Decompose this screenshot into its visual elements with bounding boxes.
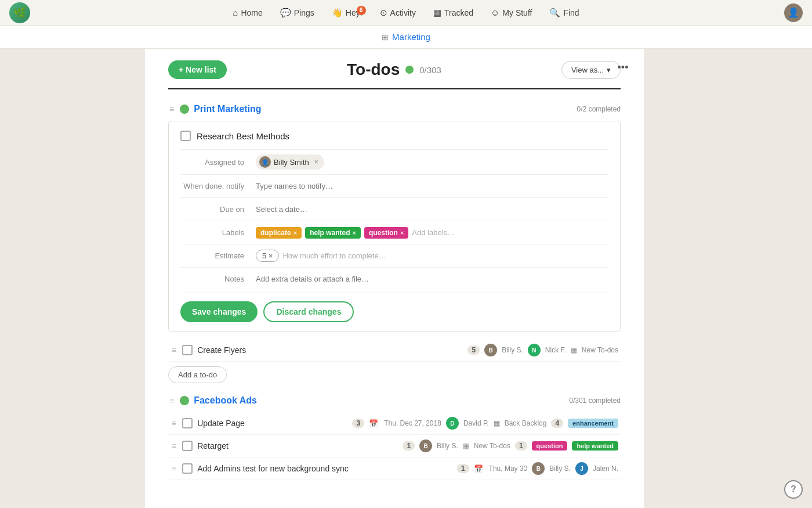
- assignee-name-jalen: Jalen N.: [593, 464, 618, 473]
- todo-due-date: Thu, May 30: [489, 464, 528, 473]
- label-duplicate[interactable]: duplicate ×: [256, 227, 302, 239]
- todo-count-badge: 4: [551, 419, 563, 428]
- facebook-ads-header: ≡ Facebook Ads 0/301 completed: [168, 395, 621, 406]
- user-avatar[interactable]: 👤: [784, 3, 803, 22]
- todo-create-flyers: ≡ Create Flyers 5 B Billy S. N Nick F. ▦…: [168, 339, 621, 362]
- todo-checkbox[interactable]: [180, 131, 191, 141]
- drag-handle-icon[interactable]: ≡: [168, 103, 175, 115]
- todo-badge: 3: [352, 419, 364, 428]
- marketing-link[interactable]: ⊞ Marketing: [382, 32, 430, 42]
- notes-row: Notes: [180, 267, 608, 290]
- assignee-avatar-david: D: [446, 417, 459, 430]
- todo-add-admins: ≡ Add Admins test for new background syn…: [168, 457, 621, 480]
- assignee-name-nick: Nick F.: [545, 346, 566, 354]
- estimate-value: 5 × How much effort to complete…: [256, 250, 608, 262]
- print-marketing-section: ≡ Print Marketing 0/2 completed Research…: [168, 103, 621, 383]
- app-logo[interactable]: 🌿: [9, 2, 30, 23]
- print-marketing-link[interactable]: Print Marketing: [194, 104, 261, 114]
- label-help-wanted: help wanted: [572, 441, 618, 451]
- drag-handle-icon[interactable]: ≡: [171, 417, 177, 429]
- hey-icon: 👋: [332, 8, 343, 18]
- todo-due-date: Thu, Dec 27, 2018: [384, 419, 441, 427]
- assigned-to-label: Assigned to: [180, 158, 256, 167]
- todo-checkbox[interactable]: [182, 463, 193, 474]
- label-enhancement: enhancement: [568, 419, 618, 428]
- more-options-button[interactable]: •••: [614, 58, 632, 77]
- todo-update-page: ≡ Update Page 3 📅 Thu, Dec 27, 2018 D Da…: [168, 412, 621, 435]
- nav-tracked[interactable]: ▦ Tracked: [426, 5, 480, 21]
- hey-badge: 6: [357, 6, 366, 15]
- remove-assignee-button[interactable]: ×: [314, 158, 318, 166]
- list-icon: ▦: [463, 442, 469, 450]
- completed-text: 0/2 completed: [577, 105, 621, 113]
- estimate-placeholder: How much effort to complete…: [282, 251, 386, 260]
- notify-label: When done, notify: [180, 182, 256, 190]
- nav-my-stuff[interactable]: ☺ My Stuff: [484, 5, 539, 20]
- marketing-bar: ⊞ Marketing: [0, 26, 812, 49]
- remove-label-duplicate[interactable]: ×: [293, 229, 297, 236]
- nav-home[interactable]: ⌂ Home: [226, 5, 269, 20]
- estimate-label: Estimate: [180, 251, 256, 260]
- nav-hey[interactable]: 👋 Hey! 6: [325, 5, 369, 21]
- action-row: Save changes Discard changes: [180, 293, 608, 322]
- label-question[interactable]: question ×: [364, 227, 408, 239]
- nav-find[interactable]: 🔍 Find: [542, 5, 586, 21]
- drag-handle-icon[interactable]: ≡: [171, 344, 177, 356]
- drag-handle-icon[interactable]: ≡: [171, 440, 177, 452]
- nav-activity[interactable]: ⊙ Activity: [373, 5, 423, 21]
- list-icon: ▦: [571, 346, 577, 354]
- calendar-icon: 📅: [369, 419, 378, 428]
- todo-text: Add Admins test for new background sync: [197, 464, 452, 473]
- label-question: question: [532, 441, 568, 451]
- due-on-value: [256, 205, 608, 214]
- add-labels-button[interactable]: Add labels…: [412, 228, 455, 237]
- remove-label-question[interactable]: ×: [400, 229, 404, 236]
- estimate-badge[interactable]: 5 ×: [256, 250, 279, 262]
- calendar-icon: 📅: [474, 464, 483, 473]
- add-todo-button[interactable]: Add a to-do: [168, 366, 227, 383]
- top-nav: 🌿 ⌂ Home 💬 Pings 👋 Hey! 6 ⊙ Activity ▦ T…: [0, 0, 812, 26]
- todo-text: Retarget: [197, 441, 398, 451]
- tracked-icon: ▦: [433, 8, 441, 18]
- find-icon: 🔍: [549, 8, 560, 18]
- notes-input[interactable]: [256, 275, 608, 283]
- estimate-row: Estimate 5 × How much effort to complete…: [180, 244, 608, 267]
- discard-changes-button[interactable]: Discard changes: [263, 301, 354, 322]
- view-as-button[interactable]: View as... ▾: [561, 61, 621, 79]
- labels-row: Labels duplicate × help wanted × questio…: [180, 221, 608, 244]
- todos-header: + New list To-dos 0/303 View as... ▾: [168, 60, 621, 79]
- assignee-tag: 👤 Billy Smith ×: [256, 154, 324, 170]
- assignee-avatar-nick: N: [528, 344, 541, 356]
- assignee-avatar-billy: B: [484, 344, 497, 356]
- todo-badge: 1: [403, 441, 415, 451]
- label-help-wanted[interactable]: help wanted ×: [305, 227, 361, 239]
- todo-checkbox[interactable]: [182, 345, 193, 355]
- assignee-avatar-billy: B: [532, 462, 545, 475]
- facebook-ads-link[interactable]: Facebook Ads: [194, 395, 257, 406]
- labels-label: Labels: [180, 228, 256, 237]
- drag-handle-icon[interactable]: ≡: [171, 463, 177, 474]
- todo-title: Research Best Methods: [197, 131, 289, 141]
- todo-text: Create Flyers: [197, 345, 463, 355]
- assignee-name-david: David P.: [463, 419, 489, 427]
- nav-pings[interactable]: 💬 Pings: [273, 5, 321, 21]
- todo-list-name: New To-dos: [582, 346, 618, 354]
- labels-value: duplicate × help wanted × question × Add…: [256, 227, 608, 239]
- my-stuff-icon: ☺: [491, 8, 499, 17]
- due-date-input[interactable]: [256, 205, 353, 214]
- todo-checkbox[interactable]: [182, 418, 193, 428]
- facebook-ads-section: ≡ Facebook Ads 0/301 completed ≡ Update …: [168, 395, 621, 480]
- todo-checkbox[interactable]: [182, 441, 193, 451]
- todo-badge: 5: [467, 345, 480, 355]
- todo-badge: 1: [457, 464, 469, 473]
- remove-label-help-wanted[interactable]: ×: [352, 229, 356, 236]
- header-divider: [168, 88, 621, 89]
- grid-icon: ⊞: [382, 33, 389, 42]
- notify-input[interactable]: [256, 182, 608, 190]
- new-list-button[interactable]: + New list: [168, 60, 227, 79]
- assignee-name-billy: Billy S.: [549, 464, 571, 473]
- home-icon: ⌂: [233, 8, 238, 17]
- drag-handle-icon[interactable]: ≡: [168, 395, 175, 406]
- save-changes-button[interactable]: Save changes: [180, 301, 258, 322]
- help-button[interactable]: ?: [784, 480, 803, 499]
